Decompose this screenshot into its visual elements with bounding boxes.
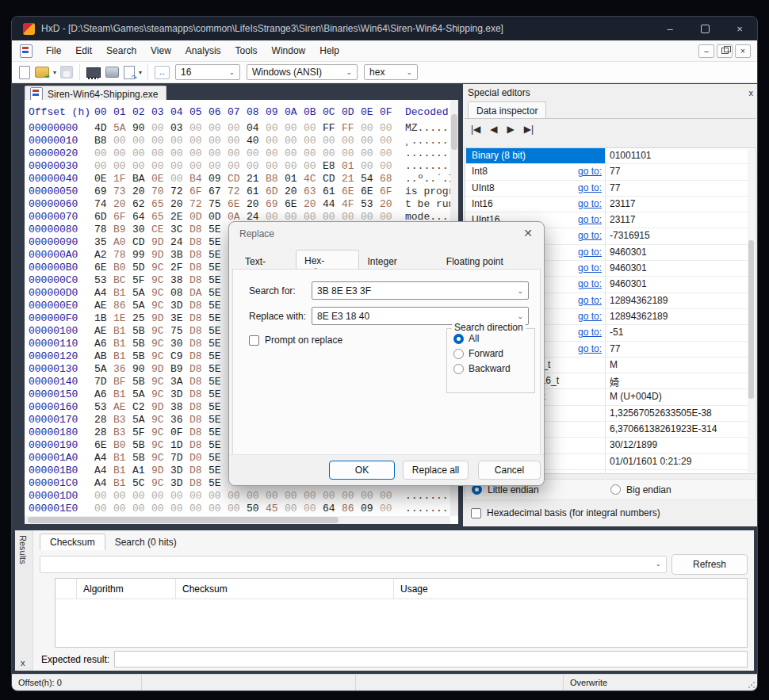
- hex-byte[interactable]: D8: [189, 262, 202, 273]
- hex-byte[interactable]: 00: [189, 135, 202, 147]
- hex-byte[interactable]: 36: [170, 414, 183, 426]
- checksum-algorithm-select[interactable]: ⌄: [40, 556, 667, 573]
- hex-byte[interactable]: 00: [113, 490, 126, 502]
- goto-next-icon[interactable]: ▶: [507, 124, 515, 135]
- hex-byte[interactable]: 00: [209, 503, 221, 514]
- inspector-value[interactable]: 01001101: [610, 150, 652, 161]
- hex-byte[interactable]: 00: [151, 147, 164, 159]
- hex-byte[interactable]: 00: [170, 135, 183, 147]
- hex-byte[interactable]: 5F: [132, 427, 145, 438]
- hex-byte[interactable]: 74: [94, 198, 107, 210]
- results-close-button[interactable]: x: [21, 658, 25, 667]
- hex-byte[interactable]: 5E: [209, 388, 221, 400]
- hex-byte[interactable]: 00: [189, 490, 202, 502]
- hex-byte[interactable]: 00: [228, 147, 240, 159]
- hex-byte[interactable]: 00: [209, 160, 221, 172]
- hex-byte[interactable]: 3D: [170, 300, 183, 312]
- hex-byte[interactable]: 5A: [113, 122, 126, 134]
- goto-link[interactable]: go to:: [553, 327, 602, 338]
- maximize-button[interactable]: [687, 17, 722, 40]
- tab-data-inspector[interactable]: Data inspector: [468, 101, 546, 119]
- scrollbar-thumb[interactable]: [451, 114, 457, 150]
- goto-previous-icon[interactable]: ◀: [490, 124, 497, 135]
- results-tab-search[interactable]: Search (0 hits): [105, 534, 186, 550]
- inspector-value[interactable]: 1,32567052633505E-38: [610, 407, 712, 419]
- hex-byte[interactable]: 73: [113, 186, 126, 197]
- menu-item-view[interactable]: View: [143, 40, 178, 61]
- hex-byte[interactable]: 6F: [113, 211, 126, 223]
- hex-byte[interactable]: 00: [189, 503, 202, 514]
- hex-byte[interactable]: B1: [113, 287, 126, 299]
- inspector-value[interactable]: 23117: [610, 198, 635, 209]
- hex-byte[interactable]: 00: [361, 147, 373, 159]
- hex-byte[interactable]: 45: [266, 503, 278, 514]
- search-for-input[interactable]: 3B 8E E3 3F ⌄: [312, 281, 529, 300]
- hex-byte[interactable]: B1: [113, 325, 126, 337]
- hex-byte[interactable]: 9C: [151, 376, 164, 388]
- hex-byte[interactable]: 6E: [342, 186, 354, 197]
- hex-byte[interactable]: 5B: [132, 439, 145, 451]
- hex-byte[interactable]: 9C: [151, 287, 164, 299]
- hex-byte[interactable]: 00: [247, 490, 259, 502]
- hex-byte[interactable]: 5B: [132, 452, 145, 464]
- hex-byte[interactable]: 0F: [170, 427, 183, 438]
- hex-byte[interactable]: 20: [132, 186, 145, 197]
- hex-byte[interactable]: A4: [94, 465, 107, 476]
- hex-basis-option[interactable]: Hexadecimal basis (for integral numbers): [471, 507, 660, 518]
- hex-byte[interactable]: 9C: [151, 338, 164, 350]
- decoded-text[interactable]: ¸.......: [405, 135, 454, 147]
- special-editors-close-button[interactable]: x: [749, 88, 754, 98]
- hex-byte[interactable]: 90: [132, 363, 145, 375]
- hex-byte[interactable]: 5E: [209, 262, 221, 273]
- hex-byte[interactable]: B8: [94, 135, 107, 147]
- results-tab-checksum[interactable]: Checksum: [40, 534, 105, 550]
- hex-byte[interactable]: 04: [247, 122, 259, 134]
- hex-byte[interactable]: 00: [151, 135, 164, 147]
- hex-byte[interactable]: B1: [113, 452, 126, 464]
- hex-byte[interactable]: 9C: [151, 414, 164, 426]
- hex-byte[interactable]: 0E: [151, 173, 164, 185]
- inspector-value[interactable]: 12894362189: [610, 295, 668, 306]
- mdi-restore-button[interactable]: [717, 44, 733, 58]
- hex-byte[interactable]: 3A: [170, 376, 183, 388]
- hex-byte[interactable]: D8: [189, 465, 202, 476]
- hex-byte[interactable]: 00: [189, 147, 202, 159]
- hex-byte[interactable]: 09: [361, 503, 373, 514]
- hex-byte[interactable]: B3: [113, 427, 126, 438]
- hex-byte[interactable]: D8: [189, 338, 202, 350]
- hex-byte[interactable]: B1: [113, 465, 126, 476]
- mdi-minimize-button[interactable]: –: [698, 44, 714, 58]
- hex-byte[interactable]: 9C: [151, 350, 164, 362]
- hex-byte[interactable]: 00: [285, 135, 297, 147]
- hex-byte[interactable]: 2E: [170, 211, 183, 223]
- hex-byte[interactable]: 6F: [380, 186, 392, 197]
- save-button[interactable]: [60, 66, 73, 78]
- hex-byte[interactable]: 64: [323, 503, 335, 514]
- hex-byte[interactable]: 65: [151, 211, 164, 223]
- inspector-value[interactable]: 23117: [610, 214, 635, 225]
- hex-row[interactable]: 00000010B8000000000000004000000000000000…: [25, 135, 458, 147]
- hex-byte[interactable]: DA: [189, 287, 202, 299]
- hex-byte[interactable]: 9C: [151, 439, 164, 451]
- hex-byte[interactable]: BC: [113, 274, 126, 286]
- hex-byte[interactable]: D8: [189, 325, 202, 337]
- hex-byte[interactable]: 20: [247, 198, 259, 210]
- hex-byte[interactable]: 00: [266, 160, 278, 172]
- hex-byte[interactable]: 1B: [94, 312, 107, 324]
- goto-link[interactable]: go to:: [553, 295, 602, 306]
- hex-byte[interactable]: 44: [323, 198, 335, 210]
- hex-byte[interactable]: 00: [113, 160, 126, 172]
- menu-item-help[interactable]: Help: [312, 40, 346, 61]
- inspector-row[interactable]: Int8go to:77: [465, 164, 756, 180]
- hex-byte[interactable]: 00: [113, 503, 126, 514]
- hex-row[interactable]: 00000030000000000000000000000000E8010000…: [25, 160, 458, 173]
- hex-byte[interactable]: 5E: [209, 236, 221, 248]
- hex-row[interactable]: 0000005069732070726F6772616D2063616E6E6F…: [25, 186, 458, 198]
- hex-byte[interactable]: 9C: [151, 325, 164, 337]
- hex-byte[interactable]: A4: [94, 452, 107, 464]
- hex-byte[interactable]: 30: [132, 224, 145, 235]
- direction-option-forward[interactable]: Forward: [453, 348, 534, 359]
- inspector-value[interactable]: M (U+004D): [610, 391, 662, 402]
- hex-byte[interactable]: 00: [304, 160, 316, 172]
- hex-byte[interactable]: 9C: [151, 452, 164, 464]
